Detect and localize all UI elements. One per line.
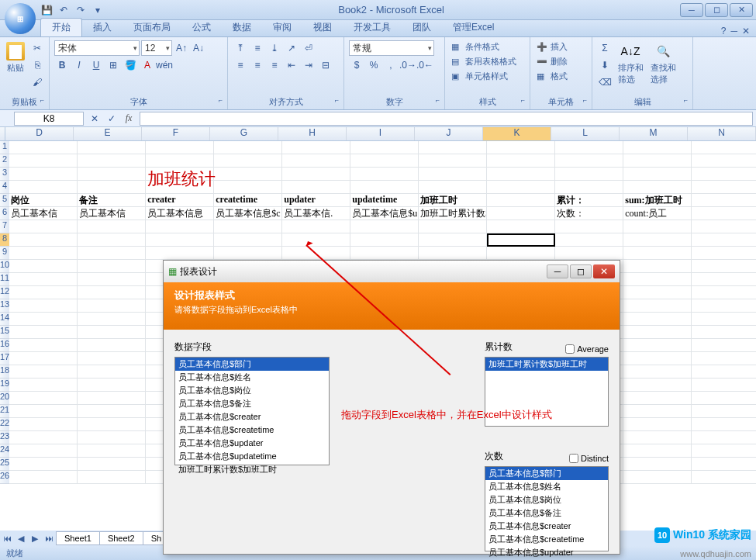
cell[interactable] [692, 194, 756, 207]
cell[interactable] [9, 339, 78, 352]
font-color-icon[interactable]: A [140, 57, 155, 73]
italic-icon[interactable]: I [71, 57, 87, 73]
cell[interactable] [9, 352, 78, 365]
save-icon[interactable]: 💾 [40, 4, 53, 16]
row-header[interactable]: 9 [0, 247, 9, 260]
row-header[interactable]: 18 [0, 365, 9, 379]
currency-icon[interactable]: $ [349, 57, 364, 73]
cell[interactable] [623, 392, 692, 405]
cell[interactable] [555, 233, 623, 247]
cell[interactable] [623, 352, 692, 365]
qat-dropdown-icon[interactable]: ▾ [91, 4, 104, 16]
cell[interactable] [692, 299, 756, 313]
conditional-format-button[interactable]: ▦条件格式 [450, 40, 501, 54]
cell[interactable]: sum:加班工时 [623, 194, 692, 207]
cell[interactable] [9, 405, 78, 418]
sheet-nav-prev[interactable]: ◀ [14, 534, 28, 544]
cell[interactable] [282, 181, 350, 194]
cell[interactable] [9, 392, 78, 405]
tab-home[interactable]: 开始 [40, 18, 82, 36]
cell[interactable]: count:员工 [623, 207, 692, 220]
column-header[interactable]: N [688, 127, 756, 140]
row-header[interactable]: 22 [0, 418, 9, 431]
cell[interactable] [9, 220, 78, 233]
cell[interactable] [419, 247, 487, 260]
row-header[interactable]: 15 [0, 326, 9, 339]
cell[interactable] [78, 299, 146, 313]
cell[interactable] [692, 431, 756, 444]
cell[interactable] [419, 233, 487, 247]
indent-increase-icon[interactable]: ⇥ [301, 57, 316, 73]
cell[interactable] [623, 365, 692, 379]
cell[interactable] [9, 326, 78, 339]
cell[interactable] [146, 181, 214, 194]
cell[interactable] [146, 220, 214, 233]
cell[interactable] [419, 141, 487, 154]
select-all-corner[interactable] [0, 127, 5, 140]
cell[interactable] [623, 431, 692, 444]
find-select-button[interactable]: 🔍 查找和 选择 [648, 40, 678, 87]
column-header[interactable]: D [5, 127, 74, 140]
align-top-icon[interactable]: ⤒ [233, 40, 248, 56]
cancel-formula-icon[interactable]: ✕ [87, 111, 102, 126]
cell[interactable] [9, 286, 78, 299]
cell[interactable] [9, 141, 78, 154]
column-header[interactable]: J [415, 127, 483, 140]
column-header[interactable]: F [142, 127, 210, 140]
autosum-icon[interactable]: Σ [597, 40, 613, 56]
fx-icon[interactable]: fx [121, 111, 136, 126]
row-header[interactable]: 25 [0, 458, 9, 471]
list-item[interactable]: 员工基本信息$createtime [485, 533, 608, 546]
distinct-checkbox[interactable]: Distinct [569, 450, 609, 466]
underline-icon[interactable]: U [88, 57, 104, 73]
cell[interactable] [282, 154, 350, 168]
cut-icon[interactable]: ✂ [29, 40, 45, 56]
cell[interactable]: 加班统计 [146, 168, 214, 181]
cell[interactable] [146, 247, 214, 260]
help-icon[interactable]: ? [721, 26, 727, 36]
sheet-nav-last[interactable]: ⏭ [42, 534, 56, 543]
cell[interactable] [282, 168, 350, 181]
cell[interactable] [78, 458, 146, 471]
column-header[interactable]: H [278, 127, 347, 140]
column-header[interactable]: L [551, 127, 620, 140]
name-box[interactable] [14, 112, 84, 126]
sheet-nav-next[interactable]: ▶ [28, 534, 42, 544]
cell[interactable] [555, 247, 623, 260]
cell[interactable] [214, 233, 282, 247]
cell[interactable] [9, 379, 78, 392]
cell[interactable] [692, 247, 756, 260]
list-item[interactable]: 员工基本信息$岗位 [175, 384, 329, 397]
cell[interactable] [555, 220, 623, 233]
align-left-icon[interactable]: ≡ [233, 57, 248, 73]
wrap-text-icon[interactable]: ⏎ [301, 40, 316, 56]
maximize-button[interactable]: ◻ [705, 3, 728, 17]
row-header[interactable]: 13 [0, 299, 9, 313]
list-item[interactable]: 员工基本信息$updatetime [175, 450, 329, 463]
cell[interactable] [78, 168, 146, 181]
cell[interactable] [78, 154, 146, 168]
cell[interactable] [623, 168, 692, 181]
cell[interactable] [78, 326, 146, 339]
cell[interactable] [78, 247, 146, 260]
cell[interactable] [350, 247, 419, 260]
cell[interactable] [487, 168, 555, 181]
list-item[interactable]: 员工基本信息$creater [175, 410, 329, 423]
format-painter-icon[interactable]: 🖌 [29, 74, 45, 90]
tab-insert[interactable]: 插入 [82, 19, 123, 36]
cell[interactable] [9, 418, 78, 431]
cell[interactable] [9, 313, 78, 326]
list-item[interactable]: 员工基本信息$updater [485, 546, 608, 559]
indent-decrease-icon[interactable]: ⇤ [284, 57, 299, 73]
cell[interactable] [692, 405, 756, 418]
column-header[interactable]: E [74, 127, 142, 140]
tab-view[interactable]: 视图 [302, 19, 343, 36]
clear-icon[interactable]: ⌫ [597, 74, 613, 90]
cell[interactable] [487, 247, 555, 260]
border-icon[interactable]: ⊞ [105, 57, 121, 73]
cell[interactable] [9, 247, 78, 260]
tab-data[interactable]: 数据 [222, 19, 262, 36]
cell[interactable] [623, 299, 692, 313]
cell[interactable] [78, 431, 146, 444]
redo-icon[interactable]: ↷ [74, 4, 87, 16]
